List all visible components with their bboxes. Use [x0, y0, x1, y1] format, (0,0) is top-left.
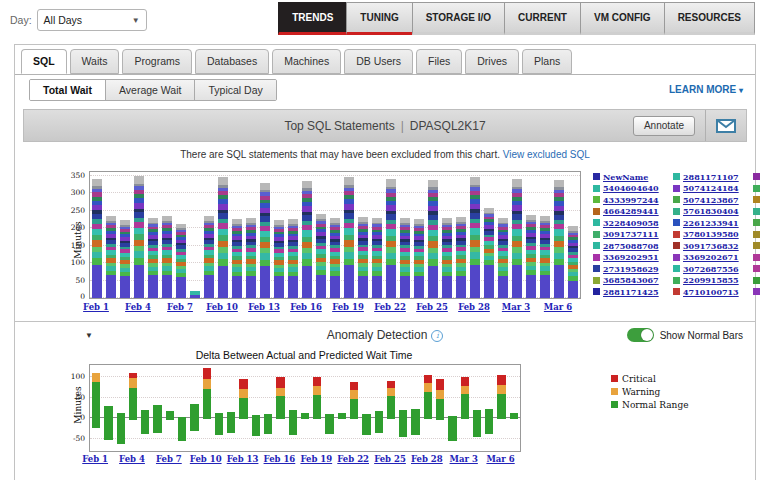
- legend-item[interactable]: 5761830404: [673, 206, 751, 218]
- anomaly-bar-negative[interactable]: [153, 418, 161, 432]
- tab-db-users[interactable]: DB Users: [344, 49, 413, 74]
- learn-more-link[interactable]: LEARN MORE ▾: [669, 84, 743, 95]
- legend-item[interactable]: 4710100713: [673, 286, 751, 298]
- x-tick-link[interactable]: Feb 22: [337, 454, 369, 464]
- anomaly-bar-negative[interactable]: [141, 418, 149, 434]
- anomaly-bar-positive[interactable]: [473, 410, 481, 418]
- view-excluded-sql-link[interactable]: View excluded SQL: [503, 149, 590, 160]
- anomaly-bar-negative[interactable]: [239, 418, 247, 419]
- tab-databases[interactable]: Databases: [195, 49, 269, 74]
- x-tick-link[interactable]: Mar 3: [502, 302, 530, 312]
- legend-item[interactable]: 3780139580: [673, 229, 751, 241]
- anomaly-bar-negative[interactable]: [104, 418, 112, 439]
- anomaly-bar-positive[interactable]: [375, 411, 383, 418]
- stacked-bar[interactable]: [400, 218, 410, 298]
- anomaly-bar-positive[interactable]: [153, 405, 161, 419]
- stacked-bar[interactable]: [414, 219, 424, 298]
- anomaly-bar-negative[interactable]: [387, 418, 395, 419]
- tab-programs[interactable]: Programs: [122, 49, 192, 74]
- anomaly-bar-positive[interactable]: [276, 377, 284, 418]
- stacked-bar[interactable]: [358, 217, 368, 298]
- x-tick-link[interactable]: Feb 28: [458, 302, 490, 312]
- anomaly-bar-positive[interactable]: [461, 377, 469, 418]
- legend-item-truncated[interactable]: [753, 171, 765, 183]
- tab-files[interactable]: Files: [416, 49, 462, 74]
- legend-item-truncated[interactable]: [753, 206, 765, 218]
- info-icon[interactable]: i: [431, 330, 443, 342]
- tab-sql[interactable]: SQL: [21, 49, 67, 74]
- stacked-bar[interactable]: [134, 176, 144, 298]
- legend-item[interactable]: 5074123867: [673, 194, 751, 206]
- nav-tab-resources[interactable]: RESOURCES: [664, 2, 755, 35]
- legend-item[interactable]: NewName: [593, 171, 671, 183]
- anomaly-bar-negative[interactable]: [276, 418, 284, 419]
- legend-item[interactable]: 4664289441: [593, 206, 671, 218]
- day-select[interactable]: All Days ▼: [37, 9, 147, 31]
- anomaly-bar-negative[interactable]: [215, 418, 223, 434]
- anomaly-bar-negative[interactable]: [264, 418, 272, 434]
- subtab-total-wait[interactable]: Total Wait: [30, 80, 105, 100]
- tab-waits[interactable]: Waits: [70, 49, 120, 74]
- legend-item-truncated[interactable]: [753, 240, 765, 252]
- legend-item[interactable]: 5404604640: [593, 183, 671, 195]
- anomaly-bar-positive[interactable]: [203, 368, 211, 418]
- anomaly-bar-negative[interactable]: [190, 418, 198, 430]
- stacked-bar[interactable]: [106, 216, 116, 298]
- anomaly-bar-positive[interactable]: [387, 381, 395, 419]
- stacked-bar[interactable]: [316, 214, 326, 298]
- legend-item[interactable]: 2881171425: [593, 286, 671, 298]
- x-tick-link[interactable]: Feb 10: [190, 454, 222, 464]
- tab-drives[interactable]: Drives: [465, 49, 519, 74]
- anomaly-bar-negative[interactable]: [325, 418, 333, 434]
- legend-item-truncated[interactable]: [753, 229, 765, 241]
- x-tick-link[interactable]: Feb 25: [416, 302, 448, 312]
- email-icon[interactable]: [716, 119, 736, 133]
- legend-item[interactable]: 3369202951: [593, 252, 671, 264]
- x-tick-link[interactable]: Feb 7: [156, 454, 182, 464]
- legend-item[interactable]: 5074124184: [673, 183, 751, 195]
- anomaly-bar-positive[interactable]: [129, 373, 137, 418]
- anomaly-bar-negative[interactable]: [313, 418, 321, 419]
- legend-item[interactable]: 3685843067: [593, 275, 671, 287]
- stacked-bar[interactable]: [512, 179, 522, 298]
- anomaly-bar-negative[interactable]: [129, 418, 137, 420]
- stacked-bar[interactable]: [204, 216, 214, 298]
- anomaly-bar-negative[interactable]: [252, 418, 260, 436]
- legend-item-truncated[interactable]: [753, 252, 765, 264]
- legend-item[interactable]: 2209915855: [673, 275, 751, 287]
- legend-item[interactable]: 2731958629: [593, 263, 671, 275]
- stacked-bar[interactable]: [288, 219, 298, 298]
- x-tick-link[interactable]: Feb 25: [374, 454, 406, 464]
- stacked-bar[interactable]: [302, 181, 312, 298]
- legend-item-truncated[interactable]: [753, 217, 765, 229]
- anomaly-bar-positive[interactable]: [289, 410, 297, 418]
- x-tick-link[interactable]: Feb 28: [411, 454, 443, 464]
- anomaly-bar-negative[interactable]: [497, 418, 505, 419]
- x-tick-link[interactable]: Feb 10: [206, 302, 238, 312]
- anomaly-bar-positive[interactable]: [190, 404, 198, 418]
- stacked-bar[interactable]: [344, 177, 354, 298]
- x-tick-link[interactable]: Feb 7: [167, 302, 193, 312]
- anomaly-bar-negative[interactable]: [424, 418, 432, 419]
- stacked-bar[interactable]: [274, 220, 284, 298]
- anomaly-bar-positive[interactable]: [166, 411, 174, 418]
- anomaly-bar-negative[interactable]: [92, 418, 100, 428]
- legend-item-truncated[interactable]: [753, 194, 765, 206]
- stacked-bar[interactable]: [554, 180, 564, 298]
- x-tick-link[interactable]: Feb 1: [82, 454, 108, 464]
- show-normal-bars-toggle[interactable]: [627, 328, 654, 342]
- tab-plans[interactable]: Plans: [522, 49, 572, 74]
- legend-item[interactable]: 3369202671: [673, 252, 751, 264]
- stacked-bar[interactable]: [246, 218, 256, 298]
- anomaly-bar-negative[interactable]: [510, 418, 518, 419]
- x-tick-link[interactable]: Feb 13: [227, 454, 259, 464]
- legend-item[interactable]: 2875088708: [593, 240, 671, 252]
- legend-item[interactable]: 2261233941: [673, 217, 751, 229]
- x-tick-link[interactable]: Feb 1: [83, 302, 109, 312]
- legend-item[interactable]: 3072687556: [673, 263, 751, 275]
- anomaly-bar-positive[interactable]: [411, 409, 419, 418]
- anomaly-bar-positive[interactable]: [350, 382, 358, 418]
- anomaly-bar-negative[interactable]: [166, 418, 174, 420]
- legend-item[interactable]: 3091736832: [673, 240, 751, 252]
- anomaly-bar-negative[interactable]: [436, 418, 444, 420]
